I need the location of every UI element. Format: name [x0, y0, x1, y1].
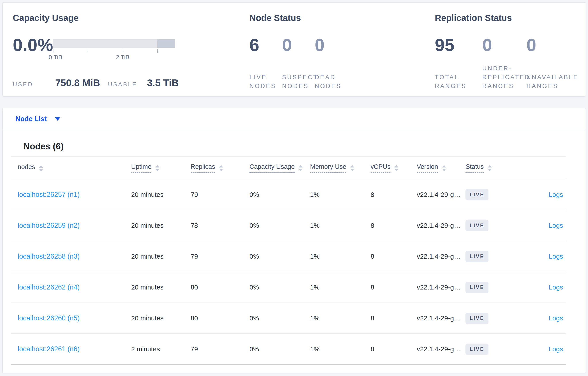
memory-use-cell: 1% [310, 222, 371, 229]
logs-link[interactable]: Logs [549, 345, 563, 353]
capacity-usage-cell: 0% [249, 253, 310, 260]
replication-status-section: Replication Status 95 TOTAL RANGES 0 UND… [435, 3, 586, 96]
sort-arrows-icon [299, 165, 303, 171]
status-badge: LIVE [465, 344, 488, 355]
node-link[interactable]: localhost:26258 (n3) [18, 252, 80, 260]
node-status-section: Node Status 6 LIVE NODES 0 SUSPECT NODES… [249, 3, 435, 96]
cluster-summary-panel: Capacity Usage 0.0% 0 TiB 2 TiB [2, 2, 586, 97]
total-ranges-stat: 95 TOTAL RANGES [435, 34, 482, 91]
unavailable-ranges-value: 0 [526, 34, 578, 56]
total-ranges-value: 95 [435, 34, 482, 56]
node-link[interactable]: localhost:26262 (n4) [18, 283, 80, 291]
column-header-uptime[interactable]: Uptime [131, 163, 190, 173]
replicas-cell: 79 [191, 191, 250, 198]
uptime-cell: 20 minutes [131, 283, 190, 291]
column-header-capacity-usage[interactable]: Capacity Usage [249, 163, 310, 173]
status-badge: LIVE [465, 313, 488, 324]
capacity-used-percent: 0.0% [13, 34, 53, 56]
nodes-table-header: nodes Uptime Replicas Capacity Usage Mem… [10, 157, 566, 179]
logs-link[interactable]: Logs [549, 253, 563, 260]
logs-link[interactable]: Logs [549, 314, 563, 322]
nodes-heading: Nodes (6) [23, 141, 586, 152]
live-nodes-stat: 6 LIVE NODES [249, 34, 282, 91]
logs-link[interactable]: Logs [549, 191, 563, 198]
version-cell: v22.1.4-29-g… [417, 191, 465, 198]
node-link[interactable]: localhost:26260 (n5) [18, 314, 80, 322]
total-ranges-label: TOTAL RANGES [435, 56, 482, 91]
live-nodes-value: 6 [249, 34, 282, 56]
capacity-bar-chart: 0 TiB 2 TiB [53, 39, 175, 62]
node-link[interactable]: localhost:26261 (n6) [18, 345, 80, 353]
status-badge: LIVE [465, 189, 488, 200]
logs-link[interactable]: Logs [549, 283, 563, 291]
table-row-n2: localhost:26259 (n2) 20 minutes 78 0% 1%… [10, 210, 566, 241]
live-nodes-label: LIVE NODES [249, 56, 282, 91]
dead-nodes-value: 0 [315, 34, 347, 56]
column-header-replicas[interactable]: Replicas [191, 163, 250, 173]
memory-use-cell: 1% [310, 345, 371, 353]
table-row-n4: localhost:26262 (n4) 20 minutes 80 0% 1%… [10, 272, 566, 303]
vcpus-cell: 8 [371, 345, 417, 353]
suspect-nodes-value: 0 [282, 34, 315, 56]
used-value: 750.8 MiB [55, 77, 100, 88]
under-replicated-ranges-stat: 0 UNDER- REPLICATED RANGES [482, 34, 526, 91]
unavailable-ranges-label: UNAVAILABLE RANGES [526, 56, 578, 91]
vcpus-cell: 8 [371, 222, 417, 229]
capacity-bar-usable-segment [53, 39, 157, 48]
node-list-dropdown-label: Node List [15, 115, 47, 123]
axis-tick [88, 49, 88, 53]
version-cell: v22.1.4-29-g… [417, 222, 465, 229]
replication-status-title: Replication Status [435, 12, 586, 23]
capacity-bar [53, 39, 175, 48]
status-badge: LIVE [465, 251, 488, 262]
version-cell: v22.1.4-29-g… [417, 283, 465, 291]
usable-label: USABLE [108, 81, 137, 88]
memory-use-cell: 1% [310, 283, 371, 291]
vcpus-cell: 8 [371, 314, 417, 322]
unavailable-ranges-stat: 0 UNAVAILABLE RANGES [526, 34, 578, 91]
column-header-memory-use[interactable]: Memory Use [310, 163, 371, 173]
version-cell: v22.1.4-29-g… [417, 314, 465, 322]
uptime-cell: 20 minutes [131, 314, 190, 322]
capacity-usage-cell: 0% [249, 345, 310, 353]
column-header-nodes[interactable]: nodes [10, 163, 131, 173]
node-link[interactable]: localhost:26259 (n2) [18, 221, 80, 229]
capacity-usage-cell: 0% [249, 222, 310, 229]
column-header-vcpus[interactable]: vCPUs [371, 163, 417, 173]
capacity-usage-cell: 0% [249, 314, 310, 322]
vcpus-cell: 8 [371, 191, 417, 198]
table-row-n3: localhost:26258 (n3) 20 minutes 79 0% 1%… [10, 241, 566, 272]
table-row-n6: localhost:26261 (n6) 2 minutes 79 0% 1% … [10, 334, 566, 365]
status-badge: LIVE [465, 282, 488, 293]
used-label: USED [13, 81, 33, 88]
node-list-dropdown[interactable]: Node List [3, 108, 586, 130]
column-header-status[interactable]: Status [465, 163, 514, 173]
axis-tick [123, 49, 123, 53]
memory-use-cell: 1% [310, 314, 371, 322]
node-link[interactable]: localhost:26257 (n1) [18, 191, 80, 198]
capacity-bar-dark-segment [157, 39, 175, 48]
axis-tick [157, 49, 158, 53]
node-list-card: Node List Nodes (6) nodes Uptime Replica… [2, 108, 586, 373]
sort-arrows-icon [39, 165, 43, 171]
replicas-cell: 80 [191, 314, 250, 322]
caret-down-icon [55, 117, 60, 121]
column-header-version[interactable]: Version [417, 163, 465, 173]
replicas-cell: 80 [191, 283, 250, 291]
capacity-usage-title: Capacity Usage [13, 12, 249, 23]
uptime-cell: 20 minutes [131, 253, 190, 260]
dead-nodes-label: DEAD NODES [315, 56, 347, 91]
nodes-table: nodes Uptime Replicas Capacity Usage Mem… [10, 157, 566, 365]
suspect-nodes-stat: 0 SUSPECT NODES [282, 34, 315, 91]
logs-link[interactable]: Logs [549, 222, 563, 229]
usable-value: 3.5 TiB [147, 77, 178, 88]
sort-arrows-icon [442, 165, 446, 171]
capacity-usage-cell: 0% [249, 283, 310, 291]
sort-arrows-icon [219, 165, 223, 171]
dead-nodes-stat: 0 DEAD NODES [315, 34, 347, 91]
capacity-usage-section: Capacity Usage 0.0% 0 TiB 2 TiB [3, 3, 249, 96]
capacity-usage-cell: 0% [249, 191, 310, 198]
replicas-cell: 78 [191, 222, 250, 229]
vcpus-cell: 8 [371, 253, 417, 260]
memory-use-cell: 1% [310, 191, 371, 198]
